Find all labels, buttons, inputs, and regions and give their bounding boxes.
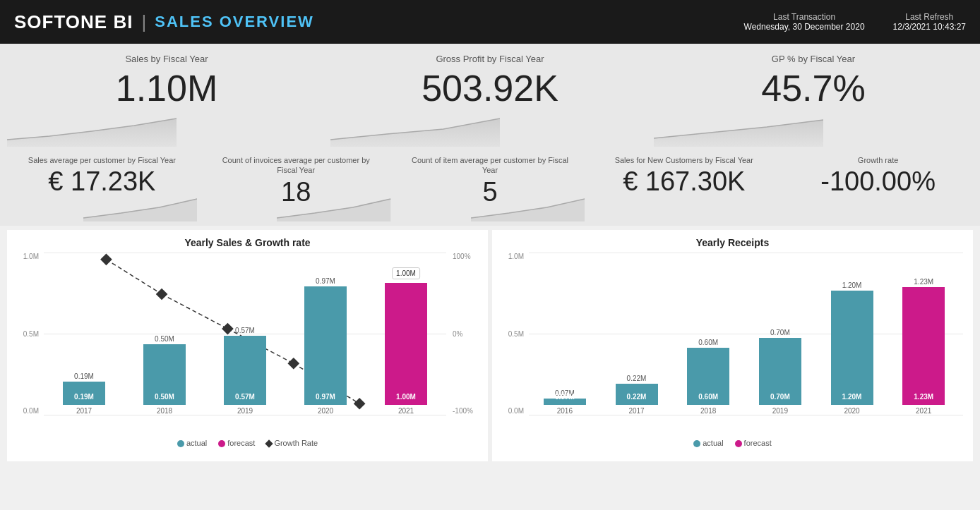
bar: 1.00M1.00M bbox=[385, 283, 427, 405]
right-chart-panel: Yearly Receipts 1.0M 0.5M 0.0M 0.07M 0.0… bbox=[492, 230, 973, 461]
bar-value-inside: 1.20M bbox=[842, 393, 862, 401]
left-chart-legend: actualforecastGrowth Rate bbox=[17, 439, 478, 447]
bar-group: 0.07M 0.07M 2016 bbox=[536, 389, 594, 415]
kpi-small-title: Sales average per customer by Fiscal Yea… bbox=[17, 155, 187, 165]
bar-year-label: 2018 bbox=[157, 407, 172, 415]
sparkline-small bbox=[277, 193, 390, 221]
kpi-small-sales-avg-customer: Sales average per customer by Fiscal Yea… bbox=[7, 151, 197, 221]
bar-year-label: 2019 bbox=[772, 407, 788, 415]
kpi-small-title: Count of invoices average per customer b… bbox=[211, 155, 381, 176]
bar: 0.22M bbox=[616, 384, 658, 405]
bar-year-label: 2016 bbox=[557, 407, 573, 415]
kpi-title: Sales by Fiscal Year bbox=[17, 54, 316, 64]
header-left: SOFTONE BI | SALES OVERVIEW bbox=[14, 11, 314, 33]
right-bars-container: 0.07M 0.07M 2016 0.22M 0.22M 2017 0.60M … bbox=[529, 253, 960, 415]
bar-group: 0.97M 0.97M 2020 bbox=[292, 277, 359, 415]
bar-year-label: 2017 bbox=[628, 407, 644, 415]
legend-item: forecast bbox=[218, 439, 255, 447]
bar: 1.23M bbox=[902, 287, 945, 405]
right-chart-area: 1.0M 0.5M 0.0M 0.07M 0.07M 2016 0.22M 0.… bbox=[502, 253, 963, 436]
kpi-small-value: € 17.23K bbox=[17, 168, 187, 195]
legend-item: forecast bbox=[735, 439, 772, 447]
bar-group: 0.50M 0.50M 2018 bbox=[131, 335, 198, 415]
legend-dot bbox=[177, 440, 184, 447]
bar-value-inside: 1.00M bbox=[396, 393, 416, 401]
kpi-small-invoices-avg-customer: Count of invoices average per customer b… bbox=[201, 151, 391, 221]
kpi-section: Sales by Fiscal Year 1.10M Gross Profit … bbox=[0, 44, 980, 226]
kpi-row1: Sales by Fiscal Year 1.10M Gross Profit … bbox=[7, 48, 973, 147]
kpi-small-title: Sales for New Customers by Fiscal Year bbox=[599, 155, 769, 165]
legend-dot bbox=[693, 440, 700, 447]
bar-label-top: 0.70M bbox=[770, 329, 790, 336]
bar-year-label: 2018 bbox=[700, 407, 716, 415]
left-bars-container: 0.19M 0.19M 2017 0.50M 0.50M 2018 0.57M … bbox=[44, 253, 446, 415]
bar-value-inside: 0.60M bbox=[698, 393, 718, 401]
sparkline-small bbox=[471, 193, 585, 221]
legend-diamond bbox=[265, 439, 273, 447]
sparkline bbox=[330, 111, 500, 147]
brand-name: SOFTONE BI bbox=[14, 11, 133, 33]
bar-value-inside: 0.22M bbox=[627, 393, 647, 401]
charts-section: Yearly Sales & Growth rate 1.0M 0.5M 0.0… bbox=[0, 226, 980, 466]
bar-value-inside: 0.97M bbox=[316, 393, 335, 401]
bar-label-top: 1.23M bbox=[914, 278, 933, 286]
kpi-small-sales-new-customers: Sales for New Customers by Fiscal Year €… bbox=[589, 151, 779, 221]
sparkline bbox=[654, 111, 823, 147]
legend-item: actual bbox=[177, 439, 207, 447]
last-refresh-label: Last Refresh bbox=[893, 12, 966, 22]
sparkline-small bbox=[83, 193, 197, 221]
bar: 0.07M bbox=[544, 399, 586, 405]
bar-value-inside: 0.70M bbox=[770, 393, 790, 401]
kpi-value: 503.92K bbox=[340, 70, 640, 107]
right-chart-y-axis: 1.0M 0.5M 0.0M bbox=[502, 253, 527, 415]
kpi-title: Gross Profit by Fiscal Year bbox=[340, 54, 640, 64]
bar: 1.20M bbox=[831, 291, 873, 405]
legend-dot bbox=[218, 440, 225, 447]
bar-value-inside: 0.07M bbox=[555, 393, 575, 401]
page-title: SALES OVERVIEW bbox=[155, 13, 314, 31]
kpi-row2: Sales average per customer by Fiscal Yea… bbox=[7, 151, 973, 221]
right-chart-legend: actualforecast bbox=[502, 439, 963, 447]
bar: 0.50M bbox=[143, 344, 186, 405]
last-transaction-block: Last Transaction Wednesday, 30 December … bbox=[744, 12, 865, 32]
bar-group: 0.22M 0.22M 2017 bbox=[608, 375, 666, 415]
legend-item: Growth Rate bbox=[266, 439, 318, 447]
bar-value-inside: 0.57M bbox=[235, 393, 255, 401]
bar: 0.19M bbox=[63, 382, 105, 405]
kpi-small-value: -100.00% bbox=[793, 168, 963, 195]
bar-tooltip: 1.00M bbox=[392, 267, 420, 279]
bar: 0.60M bbox=[687, 348, 729, 405]
bar-label-top: 0.60M bbox=[698, 339, 718, 346]
bar-value-inside: 0.19M bbox=[74, 393, 94, 401]
bar-label-top: 0.19M bbox=[74, 372, 94, 380]
right-y-axis: 100% 0% -100% bbox=[450, 253, 478, 415]
bar-label-top: 0.50M bbox=[155, 335, 174, 343]
left-chart-panel: Yearly Sales & Growth rate 1.0M 0.5M 0.0… bbox=[7, 230, 488, 461]
kpi-small-title: Growth rate bbox=[793, 155, 963, 165]
bar-group: 0.57M 0.57M 2019 bbox=[212, 327, 278, 415]
bar: 0.57M bbox=[224, 336, 266, 405]
kpi-card-sales-fiscal-year: Sales by Fiscal Year 1.10M bbox=[7, 48, 326, 147]
right-chart-title: Yearly Receipts bbox=[502, 237, 963, 248]
legend-dot bbox=[735, 440, 742, 447]
bar-group: 1.23M 1.23M 2021 bbox=[895, 278, 952, 415]
bar-group: 1.20M 1.20M 2020 bbox=[823, 281, 881, 415]
bar-value-inside: 0.50M bbox=[155, 393, 174, 401]
sparkline bbox=[7, 111, 177, 147]
bar-year-label: 2019 bbox=[237, 407, 253, 415]
bar-group: 1.00M1.00M 2021 bbox=[373, 283, 439, 415]
left-chart-title: Yearly Sales & Growth rate bbox=[17, 237, 478, 248]
bar: 0.70M bbox=[759, 338, 801, 405]
kpi-small-growth-rate-kpi: Growth rate -100.00% bbox=[783, 151, 973, 221]
bar-label-top: 0.97M bbox=[316, 277, 335, 285]
bar-year-label: 2020 bbox=[844, 407, 859, 415]
kpi-title: GP % by Fiscal Year bbox=[664, 54, 963, 64]
last-refresh-value: 12/3/2021 10:43:27 bbox=[893, 22, 966, 32]
last-refresh-block: Last Refresh 12/3/2021 10:43:27 bbox=[893, 12, 966, 32]
kpi-small-title: Count of item average per customer by Fi… bbox=[405, 155, 575, 176]
last-transaction-label: Last Transaction bbox=[744, 12, 865, 22]
bar: 0.97M bbox=[304, 286, 347, 405]
kpi-small-item-avg-customer: Count of item average per customer by Fi… bbox=[395, 151, 585, 221]
bar-value-inside: 1.23M bbox=[914, 393, 933, 401]
bar-group: 0.60M 0.60M 2018 bbox=[679, 339, 737, 415]
